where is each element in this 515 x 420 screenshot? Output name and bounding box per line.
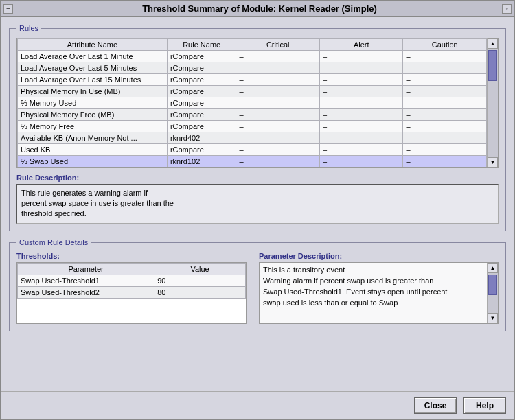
scroll-track[interactable] — [488, 49, 498, 157]
window: – Threshold Summary of Module: Kernel Re… — [0, 0, 515, 420]
table-row[interactable]: % Swap Usedrknrd102––– — [18, 156, 487, 167]
cell-alert: – — [319, 109, 403, 121]
scroll-down-icon[interactable]: ▼ — [488, 157, 498, 167]
parameter-description-label: Parameter Description: — [259, 252, 499, 260]
cell-alert: – — [319, 62, 403, 74]
cell-critical: – — [236, 167, 320, 168]
cell-alert: – — [319, 74, 403, 86]
cell-alert: – — [319, 156, 403, 167]
col-caution[interactable]: Caution — [403, 39, 487, 51]
rules-scrollbar[interactable]: ▲ ▼ — [487, 38, 498, 167]
titlebar: – Threshold Summary of Module: Kernel Re… — [1, 1, 514, 17]
cell-attribute: Used KB — [18, 144, 168, 156]
scroll-track[interactable] — [488, 273, 498, 313]
col-alert[interactable]: Alert — [319, 39, 403, 51]
cell-alert: – — [319, 86, 403, 97]
cell-rule: rCompare — [167, 109, 236, 121]
cell-rule: rknrd102 — [167, 156, 236, 167]
cell-alert: – — [319, 97, 403, 109]
cell-critical: – — [236, 144, 320, 156]
cell-attribute: Physical Memory In Use (MB) — [18, 86, 168, 97]
cell-caution: – — [403, 121, 487, 132]
parameter-description-box: This is a transitory event Warning alarm… — [259, 262, 499, 324]
rules-fieldset: Rules Attribute Name Rule Name Critical — [9, 24, 506, 231]
cell-critical: – — [236, 109, 320, 121]
table-row[interactable]: Rule 405rknrd405––– — [18, 167, 487, 168]
window-menu-icon[interactable]: – — [3, 4, 13, 14]
thresholds-table: Parameter Value Swap Used-Threshold190Sw… — [16, 262, 247, 324]
table-row[interactable]: Used KBrCompare––– — [18, 144, 487, 156]
col-critical[interactable]: Critical — [236, 39, 320, 51]
table-row[interactable]: Physical Memory In Use (MB)rCompare––– — [18, 86, 487, 97]
param-description-line: Warning alarm if percent swap used is gr… — [263, 276, 483, 287]
table-row[interactable]: Swap Used-Threshold190 — [18, 275, 246, 287]
close-button[interactable]: Close — [414, 397, 457, 414]
rule-description-line: percent swap space in use is greater tha… — [21, 198, 494, 209]
cell-critical: – — [236, 97, 320, 109]
scroll-down-icon[interactable]: ▼ — [488, 313, 498, 323]
table-row[interactable]: Load Average Over Last 1 MinuterCompare–… — [18, 51, 487, 62]
table-row[interactable]: Load Average Over Last 15 MinutesrCompar… — [18, 74, 487, 86]
col-parameter[interactable]: Parameter — [18, 264, 154, 275]
col-rule[interactable]: Rule Name — [167, 39, 236, 51]
cell-parameter: Swap Used-Threshold2 — [18, 287, 154, 299]
cell-critical: – — [236, 132, 320, 144]
cell-rule: rCompare — [167, 144, 236, 156]
rule-description-box: This rule generates a warning alarm if p… — [16, 184, 499, 224]
cell-parameter: Swap Used-Threshold1 — [18, 275, 154, 287]
cell-rule: rCompare — [167, 51, 236, 62]
param-description-line: swap used is less than or equal to Swap — [263, 298, 483, 309]
cell-alert: – — [319, 51, 403, 62]
footer: Close Help — [1, 391, 514, 419]
help-button[interactable]: Help — [464, 397, 506, 414]
cell-attribute: Physical Memory Free (MB) — [18, 109, 168, 121]
content: Rules Attribute Name Rule Name Critical — [1, 17, 514, 391]
param-description-line: Swap Used-Threshold1. Event stays open u… — [263, 287, 483, 298]
table-row[interactable]: Load Average Over Last 5 MinutesrCompare… — [18, 62, 487, 74]
cell-critical: – — [236, 51, 320, 62]
rule-description-line: This rule generates a warning alarm if — [21, 188, 494, 198]
cell-critical: – — [236, 74, 320, 86]
cell-rule: rCompare — [167, 74, 236, 86]
cell-critical: – — [236, 156, 320, 167]
cell-attribute: Load Average Over Last 1 Minute — [18, 51, 168, 62]
scroll-up-icon[interactable]: ▲ — [488, 263, 498, 273]
minimize-icon[interactable]: ▫ — [502, 4, 512, 14]
custom-rule-details-fieldset: Custom Rule Details Thresholds: Paramete… — [9, 238, 506, 331]
rule-description-line: threshold specified. — [21, 209, 494, 219]
cell-caution: – — [403, 132, 487, 144]
cell-caution: – — [403, 74, 487, 86]
cell-rule: rCompare — [167, 121, 236, 132]
cell-alert: – — [319, 167, 403, 168]
table-row[interactable]: Available KB (Anon Memory Not ...rknrd40… — [18, 132, 487, 144]
window-title: Threshold Summary of Module: Kernel Read… — [17, 3, 502, 14]
cell-rule: rCompare — [167, 86, 236, 97]
table-row[interactable]: % Memory UsedrCompare––– — [18, 97, 487, 109]
param-desc-scrollbar[interactable]: ▲ ▼ — [487, 263, 498, 323]
cell-alert: – — [319, 121, 403, 132]
cell-caution: – — [403, 144, 487, 156]
col-attribute[interactable]: Attribute Name — [18, 39, 168, 51]
rules-table: Attribute Name Rule Name Critical Alert … — [16, 38, 499, 168]
cell-caution: – — [403, 109, 487, 121]
cell-attribute: Load Average Over Last 15 Minutes — [18, 74, 168, 86]
table-row[interactable]: % Memory FreerCompare––– — [18, 121, 487, 132]
cell-attribute: % Memory Used — [18, 97, 168, 109]
col-value[interactable]: Value — [154, 264, 246, 275]
rule-description-label: Rule Description: — [16, 174, 499, 182]
table-row[interactable]: Swap Used-Threshold280 — [18, 287, 246, 299]
cell-value: 80 — [154, 287, 246, 299]
scroll-up-icon[interactable]: ▲ — [488, 38, 498, 49]
scroll-thumb[interactable] — [488, 50, 497, 81]
table-row[interactable]: Physical Memory Free (MB)rCompare––– — [18, 109, 487, 121]
cell-caution: – — [403, 62, 487, 74]
custom-rule-details-legend: Custom Rule Details — [16, 238, 91, 246]
cell-attribute: % Memory Free — [18, 121, 168, 132]
cell-caution: – — [403, 97, 487, 109]
cell-critical: – — [236, 86, 320, 97]
scroll-thumb[interactable] — [488, 275, 497, 295]
cell-critical: – — [236, 62, 320, 74]
cell-rule: rknrd402 — [167, 132, 236, 144]
cell-attribute: Load Average Over Last 5 Minutes — [18, 62, 168, 74]
cell-caution: – — [403, 167, 487, 168]
